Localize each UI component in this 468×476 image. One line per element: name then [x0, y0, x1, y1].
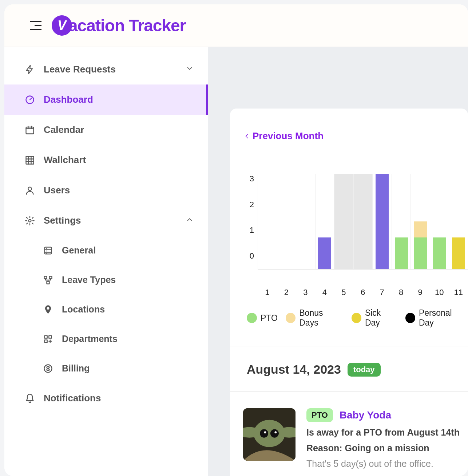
leave-description: Is away for a PTO from August 14th [306, 427, 468, 438]
main-content: Previous Month 3210 1234567891011 PTOBon… [208, 47, 468, 476]
sidebar-item-wallchart[interactable]: Wallchart [4, 145, 208, 175]
sidebar-item-settings[interactable]: Settings [4, 205, 208, 236]
sidebar-item-label: Billing [62, 363, 90, 374]
chevron-up-icon [186, 215, 194, 226]
x-tick: 1 [258, 288, 277, 297]
chart-column[interactable] [353, 174, 373, 269]
grid-icon [25, 155, 35, 165]
server-icon [43, 245, 53, 256]
bar-segment [452, 237, 465, 269]
legend-item[interactable]: Personal Day [405, 308, 468, 328]
x-tick: 8 [392, 288, 411, 297]
sidebar-item-label: Leave Requests [44, 64, 116, 75]
sidebar-sub-locations[interactable]: Locations [4, 295, 208, 324]
chart-column[interactable] [392, 174, 411, 269]
previous-month-link[interactable]: Previous Month [243, 130, 468, 142]
chart-plot-area [258, 174, 468, 270]
bar-segment [414, 221, 427, 237]
sidebar-sub-departments[interactable]: Departments [4, 324, 208, 354]
app-name: acation Tracker [68, 16, 186, 35]
avatar [243, 408, 296, 461]
gear-icon [25, 216, 35, 226]
bell-icon [25, 393, 35, 404]
sidebar-item-label: Leave Types [62, 275, 116, 285]
chart-column[interactable] [296, 174, 315, 269]
x-tick: 10 [430, 288, 449, 297]
chevron-down-icon [186, 64, 194, 75]
leave-days-summary: That's 5 day(s) out of the office. [306, 459, 468, 469]
svg-rect-2 [26, 156, 34, 164]
y-tick: 2 [250, 200, 254, 209]
calendar-icon [25, 125, 35, 135]
sidebar: Leave Requests Dashboard Calendar [4, 47, 208, 476]
tree-icon [43, 275, 53, 285]
user-icon [25, 185, 35, 196]
chart-legend: PTOBonus DaysSick DayPersonal Day [247, 308, 468, 328]
legend-item[interactable]: Bonus Days [286, 308, 344, 328]
svg-point-3 [28, 187, 31, 190]
app-logo[interactable]: V acation Tracker [52, 15, 186, 36]
svg-rect-9 [45, 335, 47, 338]
chart-column[interactable] [411, 174, 430, 269]
svg-point-19 [264, 431, 266, 433]
legend-swatch [247, 313, 257, 323]
sidebar-item-label: Departments [62, 334, 118, 344]
x-tick: 11 [449, 288, 468, 297]
x-tick: 3 [296, 288, 315, 297]
bar-segment [376, 174, 389, 269]
svg-point-18 [270, 429, 279, 438]
chart-column[interactable] [277, 174, 296, 269]
sidebar-item-label: Notifications [44, 393, 101, 404]
bar-segment [414, 237, 427, 269]
chart-column[interactable] [315, 174, 334, 269]
x-tick: 9 [411, 288, 430, 297]
chart-column[interactable] [449, 174, 468, 269]
legend-swatch [405, 313, 415, 323]
legend-item[interactable]: PTO [247, 313, 278, 323]
legend-label: Bonus Days [299, 308, 343, 328]
x-tick: 7 [372, 288, 392, 297]
chart-column[interactable] [334, 174, 353, 269]
legend-swatch [352, 313, 361, 323]
x-tick: 6 [353, 288, 373, 297]
person-name-link[interactable]: Baby Yoda [340, 409, 391, 421]
legend-label: Personal Day [419, 308, 468, 328]
sidebar-item-label: Calendar [44, 124, 84, 135]
chart-column[interactable] [258, 174, 277, 269]
sidebar-sub-billing[interactable]: Billing [4, 354, 208, 383]
sidebar-item-label: Locations [62, 304, 105, 315]
x-tick: 2 [277, 288, 296, 297]
sidebar-sub-general[interactable]: General [4, 236, 208, 265]
sidebar-item-calendar[interactable]: Calendar [4, 115, 208, 145]
y-tick: 0 [250, 251, 254, 261]
svg-point-20 [274, 431, 277, 433]
chart-column[interactable] [430, 174, 449, 269]
leave-type-badge: PTO [306, 408, 333, 422]
sidebar-item-label: Wallchart [44, 154, 86, 166]
dashboard-card: Previous Month 3210 1234567891011 PTOBon… [230, 109, 468, 476]
sidebar-item-dashboard[interactable]: Dashboard [4, 84, 208, 115]
topbar: V acation Tracker [4, 4, 468, 47]
gauge-icon [25, 95, 35, 105]
legend-label: PTO [261, 313, 278, 323]
chevron-left-icon [243, 133, 250, 140]
leave-reason: Reason: Going on a mission [306, 443, 468, 453]
x-tick: 5 [334, 288, 353, 297]
svg-point-17 [260, 429, 268, 438]
chart-column[interactable] [372, 174, 392, 269]
sidebar-item-notifications[interactable]: Notifications [4, 383, 208, 413]
chart-y-axis: 3210 [243, 174, 258, 270]
org-icon [43, 334, 53, 344]
y-tick: 1 [250, 225, 254, 235]
sidebar-item-users[interactable]: Users [4, 175, 208, 205]
legend-swatch [286, 313, 296, 323]
bar-segment [318, 237, 331, 269]
leave-entry: PTO Baby Yoda Is away for a PTO from Aug… [243, 408, 468, 469]
legend-label: Sick Day [365, 308, 397, 328]
sidebar-item-leave-requests[interactable]: Leave Requests [4, 54, 208, 84]
sidebar-sub-leave-types[interactable]: Leave Types [4, 265, 208, 295]
menu-toggle-button[interactable] [30, 21, 41, 30]
current-date-label: August 14, 2023 [247, 362, 341, 377]
svg-rect-11 [45, 340, 47, 342]
legend-item[interactable]: Sick Day [352, 308, 397, 328]
